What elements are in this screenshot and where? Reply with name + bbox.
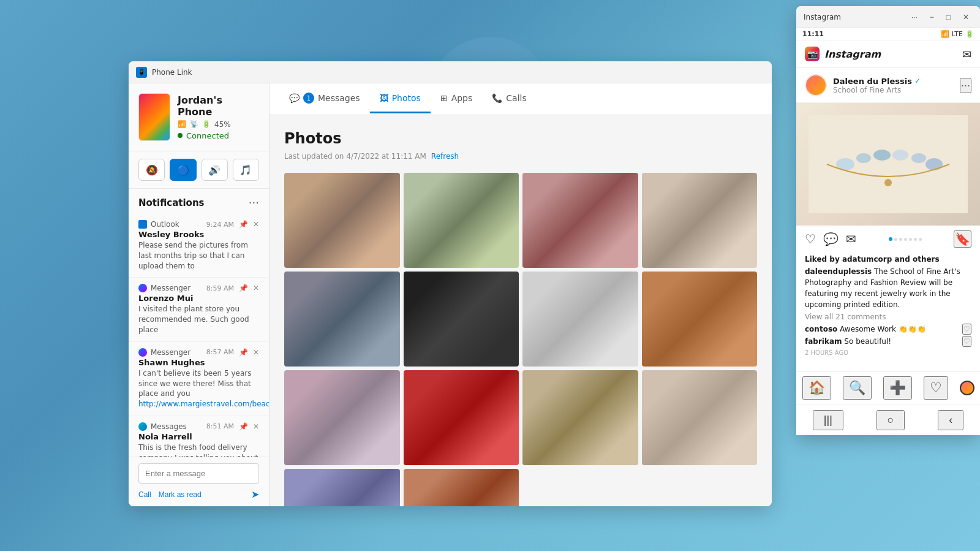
ig-author-subtitle: School of Fine Arts bbox=[833, 86, 954, 94]
notif-pin-button[interactable]: 📌 bbox=[239, 348, 248, 357]
tab-calls[interactable]: 📞 Calls bbox=[482, 85, 536, 113]
send-message-button[interactable]: ➤ bbox=[251, 488, 259, 500]
photo-item[interactable] bbox=[404, 173, 519, 268]
call-button[interactable]: Call bbox=[138, 490, 151, 499]
photo-item[interactable] bbox=[404, 272, 519, 367]
photo-item[interactable] bbox=[404, 469, 519, 506]
notif-pin-button[interactable]: 📌 bbox=[239, 284, 248, 292]
notif-pin-button[interactable]: 📌 bbox=[239, 220, 248, 229]
photo-item[interactable] bbox=[522, 370, 638, 465]
photo-item[interactable] bbox=[642, 272, 758, 367]
tab-apps[interactable]: ⊞ Apps bbox=[431, 85, 482, 113]
photo-item[interactable] bbox=[522, 272, 638, 367]
notif-app-name: Outlook bbox=[151, 220, 179, 229]
messages-tab-icon: 💬 bbox=[289, 93, 300, 103]
notif-close-button[interactable]: ✕ bbox=[253, 348, 259, 357]
photo-item[interactable] bbox=[284, 272, 400, 367]
notif-sender: Lorenzo Mui bbox=[138, 294, 259, 303]
notification-item: Outlook 9:24 AM 📌 ✕ Wesley Brooks Please… bbox=[129, 214, 269, 278]
ig-more-menu-button[interactable]: ··· bbox=[908, 12, 921, 23]
ig-dot-active bbox=[889, 237, 892, 241]
ig-bookmark-button[interactable]: 🔖 bbox=[954, 230, 971, 248]
photo-item[interactable] bbox=[284, 370, 400, 465]
ig-titlebar: Instagram ··· − □ ✕ bbox=[796, 6, 980, 28]
ig-search-nav-button[interactable]: 🔍 bbox=[843, 376, 872, 400]
notif-close-button[interactable]: ✕ bbox=[253, 422, 259, 431]
notif-sender: Wesley Brooks bbox=[138, 230, 259, 239]
ig-likes: Liked by adatumcorp and others bbox=[805, 255, 971, 264]
notif-app-row: Messenger bbox=[138, 348, 190, 357]
ig-post-more-button[interactable]: ··· bbox=[960, 78, 971, 93]
bluetooth-button[interactable]: 🔵 bbox=[170, 159, 196, 181]
notifications-section: Notifications ··· Outlook 9:24 AM 📌 ✕ bbox=[129, 189, 269, 457]
ig-author-name: Daleen du Plessis ✓ bbox=[833, 77, 954, 86]
notif-pin-button[interactable]: 📌 bbox=[239, 422, 248, 431]
notif-header-row: Messenger 8:59 AM 📌 ✕ bbox=[138, 284, 259, 292]
android-back-button[interactable]: ‹ bbox=[938, 410, 963, 430]
photo-item[interactable] bbox=[522, 173, 638, 268]
ig-nav-items: 🏠 🔍 ➕ ♡ bbox=[796, 376, 980, 400]
notif-header-row: Outlook 9:24 AM 📌 ✕ bbox=[138, 220, 259, 229]
ig-comment-button[interactable]: 💬 bbox=[823, 232, 839, 246]
ig-post-actions: ♡ 💬 ✉ 🔖 bbox=[796, 226, 980, 253]
ig-like-button[interactable]: ♡ bbox=[805, 232, 816, 246]
ig-comment-like-button[interactable]: ♡ bbox=[962, 336, 971, 347]
connected-indicator bbox=[178, 133, 183, 138]
photo-item[interactable] bbox=[284, 469, 400, 506]
ig-comment-text: So beautiful! bbox=[844, 337, 891, 346]
notif-time: 8:57 AM bbox=[206, 348, 234, 356]
message-input[interactable] bbox=[138, 463, 259, 484]
notif-close-button[interactable]: ✕ bbox=[253, 284, 259, 292]
notif-close-button[interactable]: ✕ bbox=[253, 220, 259, 229]
ig-minimize-button[interactable]: − bbox=[926, 12, 938, 23]
ig-view-comments-button[interactable]: View all 21 comments bbox=[805, 313, 971, 321]
mark-as-read-button[interactable]: Mark as read bbox=[159, 490, 202, 499]
ig-android-nav: ||| ○ ‹ bbox=[796, 405, 980, 435]
mute-button[interactable]: 🔕 bbox=[138, 159, 165, 181]
notif-link[interactable]: http://www.margiestravel.com/beachtrip20… bbox=[138, 400, 269, 408]
photos-tab-label: Photos bbox=[392, 93, 421, 103]
ig-create-nav-button[interactable]: ➕ bbox=[883, 376, 912, 400]
ig-post-image-content bbox=[809, 115, 968, 213]
notification-item: Messenger 8:57 AM 📌 ✕ Shawn Hughes I can… bbox=[129, 342, 269, 416]
window-title: Phone Link bbox=[152, 68, 192, 77]
ig-author-info: Daleen du Plessis ✓ School of Fine Arts bbox=[833, 77, 954, 94]
ig-close-button[interactable]: ✕ bbox=[959, 12, 973, 23]
photo-item[interactable] bbox=[642, 370, 758, 465]
message-input-area: Call Mark as read ➤ bbox=[129, 457, 269, 506]
ig-profile-nav-button[interactable] bbox=[960, 381, 974, 395]
notif-app-row: Messages bbox=[138, 422, 187, 431]
volume-button[interactable]: 🔊 bbox=[202, 159, 228, 181]
battery-percent: 45% bbox=[214, 120, 231, 129]
ig-home-nav-button[interactable]: 🏠 bbox=[802, 376, 831, 400]
right-panel: 💬 1 Messages 🖼 Photos ⊞ Apps 📞 Calls bbox=[270, 83, 772, 506]
messenger-icon bbox=[138, 348, 147, 357]
refresh-button[interactable]: Refresh bbox=[431, 152, 459, 161]
notif-header-row: Messages 8:51 AM 📌 ✕ bbox=[138, 422, 259, 431]
messages-badge: 1 bbox=[303, 93, 314, 104]
ig-post-image[interactable] bbox=[796, 103, 980, 226]
ig-comment-like-button[interactable]: ♡ bbox=[962, 324, 971, 335]
ig-maximize-button[interactable]: □ bbox=[943, 12, 954, 23]
android-home-button[interactable]: ○ bbox=[876, 410, 905, 430]
messages-icon bbox=[138, 422, 147, 431]
ig-carousel-dots bbox=[889, 237, 922, 241]
messenger-icon bbox=[138, 284, 147, 292]
tab-photos[interactable]: 🖼 Photos bbox=[370, 85, 431, 113]
ig-dot bbox=[904, 238, 907, 241]
ig-activity-nav-button[interactable]: ♡ bbox=[924, 376, 948, 400]
device-status-row: 📶 📡 🔋 45% bbox=[178, 120, 259, 129]
ig-dot bbox=[899, 238, 902, 241]
photo-item[interactable] bbox=[404, 370, 519, 465]
ig-share-button[interactable]: ✉ bbox=[846, 232, 856, 246]
photo-item[interactable] bbox=[642, 173, 758, 268]
music-button[interactable]: 🎵 bbox=[233, 159, 259, 181]
ig-comment-author: contoso bbox=[805, 325, 837, 333]
device-image bbox=[138, 93, 170, 141]
photo-item[interactable] bbox=[284, 173, 400, 268]
ig-direct-messages-button[interactable]: ✉ bbox=[962, 48, 971, 61]
notifications-more-button[interactable]: ··· bbox=[249, 196, 259, 209]
notif-sender: Shawn Hughes bbox=[138, 358, 259, 367]
android-recents-button[interactable]: ||| bbox=[813, 410, 843, 430]
tab-messages[interactable]: 💬 1 Messages bbox=[279, 84, 370, 114]
